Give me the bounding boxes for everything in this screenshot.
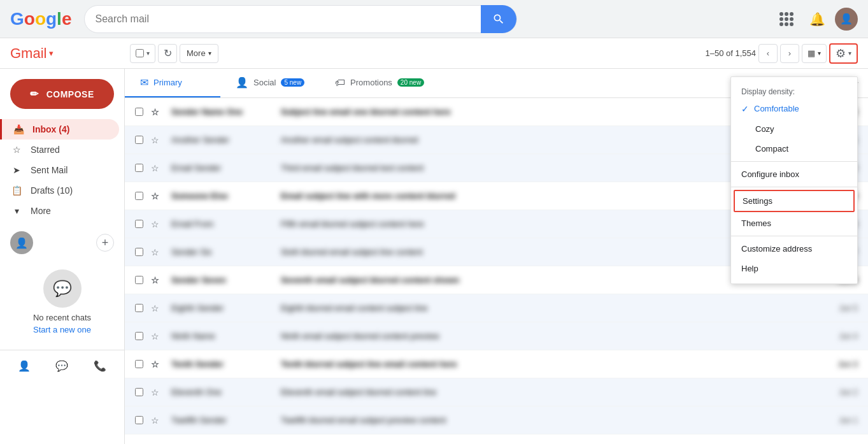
star-icon[interactable]: ☆ [151, 331, 164, 341]
divider-3 [731, 236, 857, 236]
star-icon[interactable]: ☆ [151, 303, 164, 313]
email-row[interactable]: ☆ Eighth Sender Eighth blurred email con… [125, 294, 868, 322]
density-comfortable-option[interactable]: ✓ Comfortable [731, 99, 857, 119]
email-checkbox[interactable] [135, 164, 143, 172]
star-icon[interactable]: ☆ [151, 247, 164, 257]
star-icon[interactable]: ☆ [151, 135, 164, 145]
starred-icon: ☆ [10, 145, 23, 155]
email-subject: Sixth blurred email subject line content [281, 247, 799, 257]
configure-inbox-option[interactable]: Configure inbox [731, 164, 857, 184]
help-option[interactable]: Help [731, 259, 857, 278]
prev-page-button[interactable]: ‹ [758, 44, 778, 63]
email-date: Jun 5 [807, 304, 858, 313]
star-icon[interactable]: ☆ [151, 163, 164, 173]
star-icon[interactable]: ☆ [151, 359, 164, 369]
view-icon: ▦ [808, 48, 815, 58]
star-icon[interactable]: ☆ [151, 415, 164, 426]
sidebar-item-more[interactable]: ▾ More [0, 201, 119, 221]
toolbar: Gmail ▾ ▾ ↻ More ▾ 1–50 of 1,554 ‹ › ▦ ▾… [0, 38, 868, 69]
email-date: Jun 3 [807, 360, 858, 369]
star-icon[interactable]: ☆ [151, 387, 164, 397]
settings-option[interactable]: Settings [734, 190, 855, 212]
more-label: More [187, 48, 206, 58]
search-icon [492, 13, 505, 25]
email-subject: Email subject line with more content blu… [281, 191, 799, 201]
sidebar-item-sent[interactable]: ➤ Sent Mail [0, 160, 119, 180]
email-checkbox[interactable] [135, 304, 143, 312]
social-badge: 5 new [281, 78, 304, 87]
email-checkbox[interactable] [135, 136, 143, 144]
apps-grid-icon [779, 12, 793, 26]
compose-label: COMPOSE [46, 89, 94, 99]
contacts-footer-icon[interactable]: 👤 [14, 355, 34, 376]
start-new-chat-link[interactable]: Start a new one [10, 325, 114, 334]
email-checkbox[interactable] [135, 276, 143, 284]
starred-label: Starred [31, 145, 60, 155]
settings-dropdown-arrow: ▾ [848, 50, 851, 57]
email-checkbox[interactable] [135, 220, 143, 228]
apps-button[interactable] [774, 6, 799, 32]
sidebar-add-button[interactable]: + [96, 234, 114, 252]
select-dropdown-arrow[interactable]: ▾ [146, 50, 150, 57]
cozy-label: Cozy [755, 124, 774, 134]
divider-1 [731, 161, 857, 162]
star-icon[interactable]: ☆ [151, 191, 164, 201]
search-input[interactable] [95, 13, 481, 25]
tab-promotions[interactable]: 🏷 Promotions 20 new [320, 69, 439, 97]
email-checkbox[interactable] [135, 248, 143, 256]
refresh-button[interactable]: ↻ [158, 44, 177, 63]
email-checkbox[interactable] [135, 192, 143, 200]
email-checkbox[interactable] [135, 416, 143, 424]
top-bar: Google 🔔 👤 [0, 0, 868, 38]
drafts-label: Drafts (10) [31, 185, 73, 196]
next-page-button[interactable]: › [780, 44, 799, 63]
notifications-button[interactable]: 🔔 [804, 6, 830, 32]
select-all-checkbox[interactable] [136, 49, 144, 57]
display-density-label: Display density: [731, 82, 857, 99]
email-checkbox[interactable] [135, 332, 143, 340]
phone-footer-icon[interactable]: 📞 [90, 355, 110, 376]
sidebar-item-drafts[interactable]: 📋 Drafts (10) [0, 180, 119, 201]
sidebar-item-starred[interactable]: ☆ Starred [0, 140, 119, 160]
settings-label: Settings [743, 196, 772, 206]
pencil-icon: ✏ [30, 88, 39, 100]
compose-button[interactable]: ✏ COMPOSE [10, 79, 114, 109]
sent-label: Sent Mail [31, 165, 68, 175]
sidebar-user-avatar[interactable]: 👤 [10, 231, 33, 254]
email-subject: Eighth blurred email content subject lin… [281, 303, 799, 313]
select-checkbox-button[interactable]: ▾ [130, 44, 155, 63]
star-icon[interactable]: ☆ [151, 275, 164, 285]
chat-footer-icon[interactable]: 💬 [52, 355, 72, 376]
email-checkbox[interactable] [135, 360, 143, 368]
compact-label: Compact [755, 144, 788, 154]
star-icon[interactable]: ☆ [151, 107, 164, 117]
gmail-dropdown-arrow: ▾ [49, 48, 53, 58]
avatar[interactable]: 👤 [835, 8, 858, 31]
sidebar-bottom: 💬 No recent chats Start a new one [0, 259, 124, 345]
view-toggle-button[interactable]: ▦ ▾ [802, 44, 827, 63]
density-cozy-option[interactable]: Cozy [731, 119, 857, 139]
sidebar-item-inbox[interactable]: 📥 Inbox (4) [0, 119, 119, 140]
promotions-badge: 20 new [397, 78, 424, 87]
checkmark-icon: ✓ [741, 104, 749, 114]
email-date: Jun 4 [807, 332, 858, 341]
tab-social[interactable]: 👤 Social 5 new [220, 69, 320, 97]
settings-button[interactable]: ⚙ ▾ [829, 43, 858, 64]
top-right-icons: 🔔 👤 [774, 6, 858, 32]
density-compact-option[interactable]: Compact [731, 139, 857, 159]
email-sender: Eleventh One [171, 387, 273, 397]
more-button[interactable]: More ▾ [180, 44, 218, 63]
email-sender: Email From [171, 219, 273, 229]
star-icon[interactable]: ☆ [151, 219, 164, 229]
customize-address-option[interactable]: Customize address [731, 239, 857, 259]
tab-primary[interactable]: ✉ Primary [125, 69, 220, 97]
email-checkbox[interactable] [135, 108, 143, 116]
themes-option[interactable]: Themes [731, 213, 857, 233]
email-checkbox[interactable] [135, 388, 143, 396]
email-row[interactable]: ☆ Ninth Name Ninth email subject blurred… [125, 322, 868, 350]
email-row[interactable]: ☆ Tenth Sender Tenth blurred subject lin… [125, 350, 868, 378]
email-row[interactable]: ☆ Eleventh One Eleventh email subject bl… [125, 378, 868, 406]
divider-2 [731, 187, 857, 187]
search-button[interactable] [481, 5, 516, 33]
email-row[interactable]: ☆ Twelfth Sender Twelfth blurred email s… [125, 406, 868, 434]
